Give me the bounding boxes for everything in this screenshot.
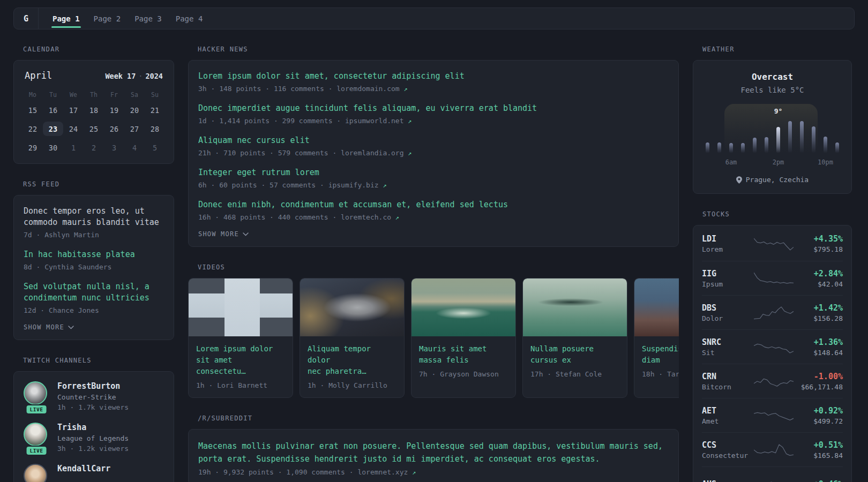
calendar-day: 4 [124, 140, 145, 155]
video-card[interactable]: Mauris sit amet massa felis7h · Grayson … [411, 278, 516, 398]
hackernews-card: Lorem ipsum dolor sit amet, consectetur … [188, 60, 679, 247]
video-title[interactable]: Lorem ipsum dolor sit amet consectetu… [196, 343, 285, 377]
item-domain-link[interactable]: ipsumworld.net [345, 117, 404, 125]
weather-bar [729, 143, 733, 153]
stock-values: +1.42%$156.28 [794, 303, 843, 322]
stock-row[interactable]: IIGIpsum+2.84%$42.04 [702, 261, 843, 295]
hackernews-item-meta: 16h · 468 points · 440 comments · loremt… [198, 213, 669, 221]
item-domain-link[interactable]: loremnet.xyz [357, 468, 408, 476]
video-title[interactable]: Suspendisse diam [642, 343, 679, 366]
stock-price: $42.04 [794, 280, 843, 288]
twitch-channel[interactable]: KendallCarr [24, 464, 164, 482]
show-more-button[interactable]: SHOW MORE [24, 323, 164, 331]
live-badge: LIVE [26, 446, 48, 456]
tab-page-2[interactable]: Page 2 [94, 8, 121, 29]
hackernews-item-meta: 3h · 148 points · 116 comments · loremdo… [198, 85, 669, 93]
hackernews-item-title[interactable]: Aliquam nec cursus elit [198, 135, 669, 146]
subreddit-post-title[interactable]: Maecenas mollis pulvinar erat non posuer… [198, 440, 669, 465]
hackernews-item-meta: 21h · 710 points · 579 comments · loreml… [198, 149, 669, 157]
show-more-button[interactable]: SHOW MORE [198, 230, 669, 238]
calendar-day: 24 [63, 122, 84, 136]
stock-row[interactable]: SNRCSit+1.36%$148.64 [702, 329, 843, 364]
calendar-day: 15 [23, 103, 43, 117]
stock-symbol: DBS [702, 303, 753, 313]
stock-name: Ipsum [702, 280, 753, 288]
item-domain-link[interactable]: loremlandia.org [341, 149, 403, 157]
dot-separator: · [136, 72, 145, 80]
tab-page-3[interactable]: Page 3 [134, 8, 162, 29]
video-card-body: Mauris sit amet massa felis7h · Grayson … [411, 336, 515, 386]
weekday-label: Tu [43, 91, 63, 99]
video-thumbnail [189, 278, 293, 336]
video-title[interactable]: Mauris sit amet massa felis [419, 343, 508, 366]
stocks-card: LDILorem+4.35%$795.18IIGIpsum+2.84%$42.0… [693, 225, 852, 482]
video-card[interactable]: Aliquam tempor dolor nec pharetra…1h · M… [300, 278, 405, 398]
video-card[interactable]: Suspendisse diam18h · Tara [634, 278, 679, 398]
hackernews-item-title[interactable]: Donec imperdiet augue tincidunt felis al… [198, 103, 669, 114]
external-link-icon: ↗ [404, 85, 408, 93]
hackernews-item: Donec enim nibh, condimentum et accumsan… [198, 199, 669, 221]
weekday-label: Sa [124, 91, 145, 99]
tab-page-1[interactable]: Page 1 [53, 8, 80, 29]
video-card[interactable]: Lorem ipsum dolor sit amet consectetu…1h… [188, 278, 293, 398]
chevron-down-icon [243, 232, 249, 236]
stock-row[interactable]: CRNBitcorn-1.00%$66,171.48 [702, 364, 843, 398]
calendar-day: 20 [124, 103, 145, 117]
weekday-label: Su [145, 91, 165, 99]
video-title[interactable]: Aliquam tempor dolor nec pharetra… [308, 343, 396, 377]
twitch-channel-info: KendallCarr [57, 464, 110, 482]
twitch-channel-meta: 1h · 1.7k viewers [57, 403, 129, 411]
video-meta: 17h · Stefan Cole [530, 370, 619, 378]
rss-item-title[interactable]: In hac habitasse platea [24, 249, 164, 260]
right-column: WEATHER Overcast Feels like 5°C 9° 6am2p… [693, 46, 852, 482]
rss-card: Donec tempor eros leo, ut commodo mauris… [13, 195, 174, 340]
stock-row[interactable]: AETAmet+0.92%$499.72 [702, 398, 843, 432]
hackernews-item-meta: 1d · 1,414 points · 299 comments · ipsum… [198, 117, 669, 125]
tab-page-4[interactable]: Page 4 [176, 8, 203, 29]
stock-sparkline [753, 304, 794, 321]
video-card[interactable]: Nullam posuere cursus ex17h · Stefan Col… [522, 278, 627, 398]
calendar-weekday-row: MoTuWeThFrSaSu [23, 91, 165, 99]
twitch-channel[interactable]: LIVETrishaLeague of Legends3h · 1.2k vie… [24, 423, 164, 453]
chevron-down-icon [68, 326, 74, 329]
live-badge: LIVE [26, 404, 48, 415]
twitch-channel-game: Counter-Strike [57, 393, 129, 401]
stock-id: DBSDolor [702, 303, 753, 322]
stock-price: $66,171.48 [794, 383, 843, 391]
hackernews-item-title[interactable]: Donec enim nibh, condimentum et accumsan… [198, 199, 669, 210]
stock-row[interactable]: DBSDolor+1.42%$156.28 [702, 295, 843, 329]
stock-row[interactable]: LDILorem+4.35%$795.18 [702, 227, 843, 261]
stock-symbol: AET [702, 406, 753, 416]
item-domain-link[interactable]: loremtech.co [341, 213, 391, 221]
weather-condition: Overcast [693, 72, 851, 82]
rss-item-title[interactable]: Donec tempor eros leo, ut commodo mauris… [24, 206, 164, 228]
stock-id: LDILorem [702, 234, 753, 253]
avatar [24, 464, 47, 482]
stock-symbol: AHS [702, 479, 753, 482]
stock-change: +0.51% [794, 440, 843, 450]
twitch-avatar-wrap: LIVE [24, 381, 49, 411]
calendar-week-year: Week 17·2024 [105, 72, 163, 80]
show-more-label: SHOW MORE [24, 323, 64, 331]
rss-item-title[interactable]: Sed volutpat nulla nisl, a condimentum n… [24, 281, 164, 304]
item-domain-link[interactable]: loremdomain.com [336, 85, 399, 93]
stock-sparkline [753, 338, 794, 356]
twitch-channel-info: TrishaLeague of Legends3h · 1.2k viewers [57, 423, 129, 453]
twitch-channel[interactable]: LIVEForrestBurtonCounter-Strike1h · 1.7k… [24, 381, 164, 411]
video-title[interactable]: Nullam posuere cursus ex [530, 343, 619, 366]
stock-row[interactable]: AHS+0.46% [702, 466, 843, 482]
hackernews-item: Donec imperdiet augue tincidunt felis al… [198, 103, 669, 125]
twitch-channel-name: KendallCarr [57, 464, 110, 473]
hackernews-item: Integer eget rutrum lorem6h · 60 points … [198, 167, 669, 189]
video-meta: 1h · Lori Barnett [196, 381, 285, 389]
hackernews-item-title[interactable]: Lorem ipsum dolor sit amet, consectetur … [198, 71, 669, 82]
stock-sparkline [753, 235, 794, 252]
app-logo[interactable]: G [14, 8, 39, 29]
item-domain-link[interactable]: ipsumify.biz [328, 181, 379, 189]
middle-column: HACKER NEWS Lorem ipsum dolor sit amet, … [188, 46, 679, 482]
videos-widget: VIDEOS Lorem ipsum dolor sit amet consec… [188, 263, 679, 398]
rss-item-meta: 7d · Ashlyn Martin [24, 231, 164, 239]
twitch-channel-name: ForrestBurton [57, 381, 129, 391]
hackernews-item-title[interactable]: Integer eget rutrum lorem [198, 167, 669, 178]
stock-row[interactable]: CCSConsectetur+0.51%$165.84 [702, 432, 843, 466]
